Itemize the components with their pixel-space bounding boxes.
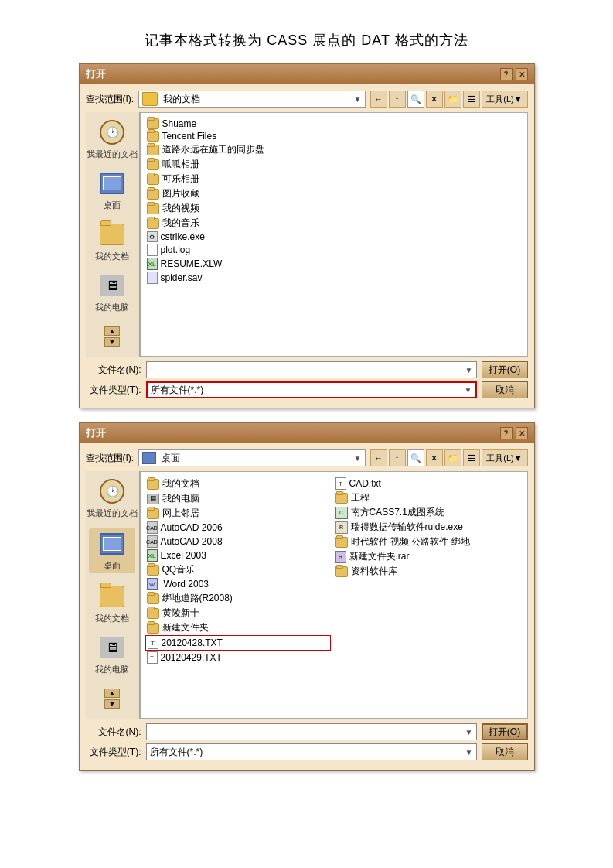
delete-icon-1[interactable]: ✕ <box>426 91 443 108</box>
cancel-button-1[interactable]: 取消 <box>482 381 528 398</box>
search-icon-1[interactable]: 🔍 <box>407 91 424 108</box>
nav-mycomputer-label-1: 我的电脑 <box>95 302 129 313</box>
file-item[interactable]: 呱呱相册 <box>145 157 523 172</box>
up-icon-2[interactable]: ↑ <box>389 449 406 466</box>
folder-icon <box>147 608 159 619</box>
filetype-input-2[interactable]: 所有文件(*.*) ▼ <box>146 743 477 760</box>
dialog-title-1: 打开 <box>86 67 106 81</box>
log-icon <box>147 244 158 256</box>
tools-btn-1[interactable]: 工具(L)▼ <box>482 91 528 108</box>
close-button-2[interactable]: ✕ <box>516 427 528 439</box>
toolbar-2: 查找范围(I): 桌面 ▼ ← ↑ 🔍 ✕ 📁 ☰ 工具(L)▼ <box>86 449 528 466</box>
nav-arrow-2[interactable]: ▲ ▼ <box>89 685 135 713</box>
dialog-titlebar-1: 打开 ? ✕ <box>80 64 534 84</box>
folder-icon-2 <box>100 586 124 607</box>
newfolder-icon-2[interactable]: 📁 <box>444 449 461 466</box>
newfolder-icon-1[interactable]: 📁 <box>444 91 461 108</box>
file-item[interactable]: 道路永远在施工的同步盘 <box>145 142 523 157</box>
file-item[interactable]: R 瑞得数据传输软件ruide.exe <box>334 520 519 535</box>
file-item[interactable]: C 南方CASS7.1成图系统 <box>334 505 519 520</box>
location-combo-2[interactable]: 桌面 ▼ <box>138 449 365 466</box>
delete-icon-2[interactable]: ✕ <box>426 449 443 466</box>
location-text-1: 我的文档 <box>163 93 200 106</box>
nav-mydocs-2[interactable]: 我的文档 <box>89 583 135 624</box>
up-icon-1[interactable]: ↑ <box>389 91 406 108</box>
nav-desktop-1[interactable]: 桌面 <box>89 169 135 211</box>
filename-input-2[interactable]: ▼ <box>146 723 477 740</box>
file-item-word-2003[interactable]: W Word 2003 <box>145 577 331 591</box>
tools-btn-2[interactable]: 工具(L)▼ <box>482 449 528 466</box>
file-item[interactable]: 我的音乐 <box>145 216 523 231</box>
file-item[interactable]: CAD AutoCAD 2008 <box>145 535 331 548</box>
word-icon: W <box>147 578 158 590</box>
nav-desktop-2[interactable]: 桌面 <box>89 528 135 573</box>
file-item[interactable]: R 新建文件夹.rar <box>334 549 519 564</box>
file-item[interactable]: Shuame <box>145 118 523 130</box>
desktop-nav-icon-1 <box>98 169 126 197</box>
file-item[interactable]: CAD AutoCAD 2006 <box>145 521 331 535</box>
view-icon-1[interactable]: ☰ <box>463 91 480 108</box>
mycomputer-nav-icon-2: 🖥 <box>98 634 126 661</box>
file-item[interactable]: QQ音乐 <box>145 562 331 577</box>
file-item[interactable]: 图片收藏 <box>145 186 523 201</box>
file-item-20120428[interactable]: T 20120428.TXT <box>145 635 331 651</box>
filename-row-2: 文件名(N): ▼ 打开(O) <box>86 723 528 740</box>
help-button-1[interactable]: ? <box>500 68 513 80</box>
dialog-body-2: 查找范围(I): 桌面 ▼ ← ↑ 🔍 ✕ 📁 ☰ 工具(L)▼ <box>80 443 534 770</box>
nav-mydocs-1[interactable]: 我的文档 <box>89 220 135 262</box>
nav-arrow-icon-2: ▲ ▼ <box>98 685 126 713</box>
nav-mycomputer-1[interactable]: 🖥 我的电脑 <box>89 272 135 313</box>
file-item[interactable]: Tencent Files <box>145 130 523 142</box>
back-icon-2[interactable]: ← <box>370 449 387 466</box>
folder-icon <box>335 493 348 504</box>
file-item[interactable]: 我的文档 <box>145 477 331 491</box>
nav-arrow-1[interactable]: ▲ ▼ <box>89 323 135 350</box>
filetype-input-1[interactable]: 所有文件(*.*) ▼ <box>146 381 477 398</box>
file-item[interactable]: 工程 <box>334 490 519 505</box>
file-item[interactable]: plot.log <box>145 243 523 257</box>
search-icon-2[interactable]: 🔍 <box>407 449 424 466</box>
location-combo-content-1: 我的文档 <box>142 92 200 106</box>
folder-icon <box>147 118 159 129</box>
folder-icon <box>147 218 159 229</box>
sav-icon <box>147 272 158 284</box>
file-item[interactable]: 资料软件库 <box>334 564 519 579</box>
file-item[interactable]: XL RESUME.XLW <box>145 257 523 271</box>
cad-icon: CAD <box>147 521 158 534</box>
help-button-2[interactable]: ? <box>500 427 513 439</box>
location-combo-1[interactable]: 我的文档 ▼ <box>138 91 365 108</box>
open-button-2[interactable]: 打开(O) <box>482 723 528 740</box>
file-item[interactable]: 新建文件夹 <box>145 620 331 635</box>
file-item[interactable]: 绑地道路(R2008) <box>145 591 331 606</box>
close-button-1[interactable]: ✕ <box>516 68 528 80</box>
file-item[interactable]: ⚙ cstrike.exe <box>145 231 523 243</box>
dialog-body-1: 查找范围(I): 我的文档 ▼ ← ↑ 🔍 ✕ 📁 ☰ 工具(L)▼ <box>80 84 534 408</box>
folder-icon <box>147 593 159 604</box>
file-item[interactable]: 可乐相册 <box>145 172 523 186</box>
mydocs-icon-1 <box>142 92 158 106</box>
file-item[interactable]: spider.sav <box>145 271 523 285</box>
file-item[interactable]: 黄陵新十 <box>145 606 331 620</box>
file-item[interactable]: 网上邻居 <box>145 506 331 521</box>
nav-recent-1[interactable]: 🕐 我最近的文档 <box>89 118 135 160</box>
folder-icon <box>335 566 348 577</box>
file-item[interactable]: T CAD.txt <box>334 477 519 490</box>
file-item-20120429[interactable]: T 20120429.TXT <box>145 651 331 665</box>
file-item[interactable]: 时代软件 视频 公路软件 绑地 <box>334 535 519 549</box>
nav-mycomputer-label-2: 我的电脑 <box>95 664 129 675</box>
recent-icon-2: 🕐 <box>98 477 126 505</box>
file-item[interactable]: XL Excel 2003 <box>145 548 331 562</box>
filename-arrow-2: ▼ <box>465 728 473 736</box>
open-button-1[interactable]: 打开(O) <box>482 361 528 378</box>
filename-input-1[interactable]: ▼ <box>146 361 477 378</box>
view-icon-2[interactable]: ☰ <box>463 449 480 466</box>
folder-icon <box>147 145 159 155</box>
back-icon-1[interactable]: ← <box>370 91 387 108</box>
location-text-2: 桌面 <box>162 452 180 465</box>
filetype-label-1: 文件类型(T): <box>86 384 141 397</box>
file-item[interactable]: 我的视频 <box>145 201 523 216</box>
nav-mycomputer-2[interactable]: 🖥 我的电脑 <box>89 634 135 675</box>
file-item[interactable]: 🖥 我的电脑 <box>145 491 331 506</box>
nav-recent-2[interactable]: 🕐 我最近的文档 <box>89 477 135 519</box>
cancel-button-2[interactable]: 取消 <box>482 743 528 760</box>
